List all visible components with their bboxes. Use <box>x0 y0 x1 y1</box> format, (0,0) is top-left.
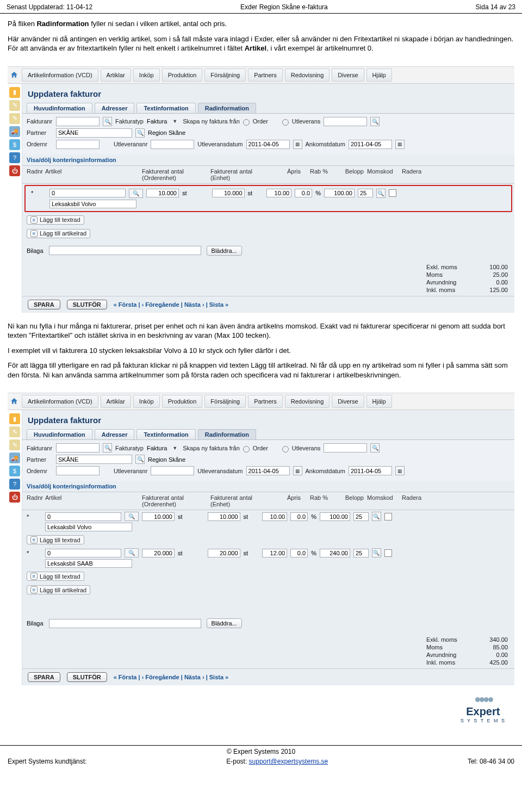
home-icon-2[interactable] <box>8 395 21 407</box>
inp2-utlevnr[interactable] <box>151 466 194 475</box>
menu-hjalp[interactable]: Hjälp <box>366 69 392 82</box>
g2r1-rab[interactable] <box>290 512 308 521</box>
g2r2-moms[interactable] <box>353 549 369 557</box>
row1-moms[interactable] <box>358 189 373 197</box>
g2r1-delete[interactable] <box>384 513 392 520</box>
tab2-rad[interactable]: Radinformation <box>198 429 256 439</box>
row1-artikel[interactable] <box>49 189 126 197</box>
inp-partner[interactable] <box>56 128 132 138</box>
doc2-icon[interactable]: ✎ <box>9 113 20 124</box>
menu2-inkop[interactable]: Inköp <box>133 395 160 408</box>
g2r2-antal1[interactable] <box>142 549 175 557</box>
dollar-icon-2[interactable]: $ <box>9 466 20 476</box>
inp-utleveransnr[interactable] <box>151 140 194 149</box>
toggle-kontering-2[interactable]: Visa/dölj konteringsinformation <box>22 481 514 492</box>
doc2-icon-2[interactable]: ✎ <box>9 439 20 450</box>
menu-artikelinfo[interactable]: Artikelinformation (VCD) <box>22 69 98 82</box>
g2r2-moms-search-icon[interactable]: 🔍 <box>372 548 381 557</box>
menu-partners[interactable]: Partners <box>248 69 283 82</box>
menu2-partners[interactable]: Partners <box>248 395 283 408</box>
tab-textinformation[interactable]: Textinformation <box>136 103 195 113</box>
finish-button[interactable]: SLUTFÖR <box>67 300 107 309</box>
support-email-link[interactable]: support@expertsystems.se <box>249 758 328 765</box>
inp-bilaga[interactable] <box>49 246 201 255</box>
g2r1-artikel[interactable] <box>45 512 121 521</box>
g2r2-desc[interactable] <box>45 559 132 568</box>
calendar-icon-3[interactable]: ▦ <box>293 466 302 475</box>
search-icon-b2[interactable]: 🔍 <box>370 443 380 453</box>
row1-antal2[interactable] <box>212 189 245 197</box>
add-textrow-btn[interactable]: ≡Lägg till textrad <box>27 215 84 225</box>
add-textrow-btn-2a[interactable]: ≡Lägg till textrad <box>27 535 84 544</box>
row1-search-icon[interactable]: 🔍 <box>129 189 143 198</box>
add-articlerow-btn[interactable]: ≡Lägg till artikelrad <box>27 229 90 238</box>
row1-apris[interactable] <box>266 189 291 197</box>
inp2-utlevdatum[interactable] <box>246 466 290 475</box>
inp-ordernr[interactable] <box>56 140 100 149</box>
menu2-forsaljning[interactable]: Försäljning <box>204 395 246 408</box>
search-icon-2[interactable]: 🔍 <box>370 117 380 126</box>
row1-desc[interactable] <box>49 200 136 208</box>
menu2-artikelinfo[interactable]: Artikelinformation (VCD) <box>22 395 98 408</box>
toggle-kontering[interactable]: Visa/dölj konteringsinformation <box>22 154 514 165</box>
inp2-fakturanr[interactable] <box>56 443 100 453</box>
chevron-down-icon[interactable]: ▼ <box>170 119 179 124</box>
chevron-down-icon-2[interactable]: ▼ <box>170 445 179 451</box>
help-icon-2[interactable]: ? <box>9 479 20 489</box>
finish-button-2[interactable]: SLUTFÖR <box>67 672 107 682</box>
search-icon[interactable]: 🔍 <box>103 117 112 126</box>
chart-icon[interactable]: ▮ <box>9 87 20 98</box>
inp2-partner[interactable] <box>56 455 132 464</box>
radio2-utlev[interactable] <box>282 446 289 453</box>
g2r2-apris[interactable] <box>262 549 287 557</box>
radio-utleverans[interactable] <box>282 119 289 126</box>
menu2-diverse[interactable]: Diverse <box>332 395 364 408</box>
menu-artiklar[interactable]: Artiklar <box>101 69 131 82</box>
inp2-utlev[interactable] <box>324 443 367 453</box>
inp-bilaga-2[interactable] <box>49 619 201 628</box>
row1-antal1[interactable] <box>146 189 179 197</box>
inp-utleveransdatum[interactable] <box>246 140 290 149</box>
truck-icon[interactable]: 🚚 <box>9 126 20 137</box>
add-textrow-btn-2b[interactable]: ≡Lägg till textrad <box>27 572 84 581</box>
tab-huvudinformation[interactable]: Huvudinformation <box>27 103 92 113</box>
row1-delete-checkbox[interactable] <box>389 189 396 197</box>
menu-diverse[interactable]: Diverse <box>332 69 364 82</box>
g2r1-belopp[interactable] <box>320 512 350 521</box>
row1-rab[interactable] <box>295 189 312 197</box>
save-button-2[interactable]: SPARA <box>28 672 60 682</box>
radio-order[interactable] <box>243 119 250 126</box>
home-icon[interactable] <box>8 69 21 81</box>
tab-adresser[interactable]: Adresser <box>95 103 135 113</box>
inp2-ankomst[interactable] <box>349 466 392 475</box>
help-icon[interactable]: ? <box>9 152 20 163</box>
menu2-hjalp[interactable]: Hjälp <box>366 395 392 408</box>
search-icon-3[interactable]: 🔍 <box>135 128 145 138</box>
truck-icon-2[interactable]: 🚚 <box>9 453 20 463</box>
g2r2-search-icon[interactable]: 🔍 <box>125 548 139 557</box>
menu-inkop[interactable]: Inköp <box>133 69 160 82</box>
browse-button-2[interactable]: Bläddra... <box>207 618 242 628</box>
g2r1-antal1[interactable] <box>142 512 175 521</box>
menu-redovisning[interactable]: Redovisning <box>285 69 330 82</box>
doc-icon-2[interactable]: ✎ <box>9 426 20 437</box>
g2r1-moms[interactable] <box>353 512 369 521</box>
g2r1-moms-search-icon[interactable]: 🔍 <box>372 512 381 521</box>
tab2-huvud[interactable]: Huvudinformation <box>27 429 92 439</box>
menu-produktion[interactable]: Produktion <box>162 69 203 82</box>
add-articlerow-btn-2[interactable]: ≡Lägg till artikelrad <box>27 585 90 594</box>
tab2-text[interactable]: Textinformation <box>136 429 195 439</box>
search-icon-b1[interactable]: 🔍 <box>103 443 112 453</box>
calendar-icon-2[interactable]: ▦ <box>395 140 405 149</box>
inp-fakturanr[interactable] <box>56 117 100 126</box>
inp-utleverans[interactable] <box>324 117 367 126</box>
row1-belopp[interactable] <box>324 189 355 197</box>
search-icon-b3[interactable]: 🔍 <box>135 455 145 464</box>
g2r1-desc[interactable] <box>45 523 132 531</box>
menu2-redovisning[interactable]: Redovisning <box>285 395 330 408</box>
paging-nav[interactable]: « Första | ‹ Föregående | Nästa › | Sist… <box>114 301 229 308</box>
chart-icon-2[interactable]: ▮ <box>9 413 20 424</box>
inp2-ordernr[interactable] <box>56 466 100 475</box>
power-icon-2[interactable]: ⏻ <box>9 492 20 503</box>
browse-button[interactable]: Bläddra... <box>207 246 242 256</box>
